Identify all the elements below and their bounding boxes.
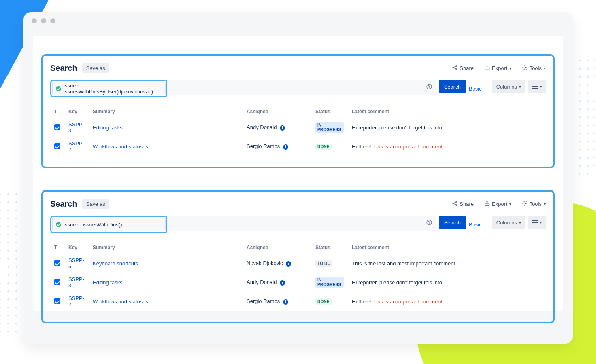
col-status[interactable]: Status [311,106,348,118]
table-row[interactable]: SSPP-2 Workflows and statuses Sergio Ram… [50,292,546,311]
col-latest-comment[interactable]: Latest comment [348,106,546,118]
list-icon [532,220,538,224]
col-summary[interactable]: Summary [89,241,243,254]
basic-link[interactable]: Basic [469,86,482,92]
jql-input[interactable]: issue in issuesWithPins() [52,218,166,231]
search-button[interactable]: Search [439,80,466,93]
tools-label: Tools [530,201,542,207]
comment-text: Hi reporter, please don't forget this in… [352,125,444,131]
share-button[interactable]: Share [452,65,474,72]
tools-button[interactable]: Tools ▾ [522,201,546,207]
page-title: Search [50,199,77,209]
col-key[interactable]: Key [64,241,89,254]
latest-comment-cell: Hi there! This is an important comment [348,292,546,311]
save-as-button[interactable]: Save as [82,199,109,209]
issue-key-link[interactable]: SSPP-2 [64,137,89,156]
issue-summary-link[interactable]: Keyboard shortcuts [89,254,243,273]
jql-input-rest[interactable] [167,80,436,95]
table-row[interactable]: SSPP-5 Keyboard shortcuts Novak Djokovic… [50,254,546,273]
status-badge: IN PROGRESS [315,277,344,288]
col-key[interactable]: Key [64,106,89,118]
basic-link[interactable]: Basic [469,222,482,228]
columns-button[interactable]: Columns ▾ [492,80,525,93]
content-pane: Search Save as Share Export ▾ Tools ▾ is… [33,36,563,311]
svg-point-15 [524,203,526,204]
info-icon[interactable]: i [286,261,291,267]
jql-input-rest[interactable] [167,216,436,231]
columns-label: Columns [496,220,517,226]
comment-important: This is an important comment [373,144,443,150]
share-icon [452,201,458,207]
assignee-name: Andy Donald [247,279,277,285]
assignee-name: Sergio Ramos [247,143,280,149]
query-highlight: issue in issuesWithPinsByUser(djokovicno… [50,80,168,97]
issue-type-icon [54,124,60,130]
tools-button[interactable]: Tools ▾ [522,65,546,72]
comment-text: Hi there! [352,298,373,305]
svg-rect-14 [485,204,489,205]
info-icon[interactable]: i [283,144,288,150]
comment-text: Hi reporter, please don't forget this in… [352,279,444,286]
assignee-cell[interactable]: Andy Donald i [243,273,311,292]
latest-comment-cell: This is the last and most important comm… [348,254,546,273]
export-label: Export [492,201,507,207]
col-latest-comment[interactable]: Latest comment [348,241,546,254]
view-options-button[interactable]: ▾ [528,80,546,93]
search-button[interactable]: Search [439,216,466,229]
issue-key-link[interactable]: SSPP-2 [64,292,89,311]
issue-type-icon [54,298,60,304]
issue-key-link[interactable]: SSPP-3 [64,273,89,292]
issue-summary-link[interactable]: Workflows and statuses [89,137,243,156]
issue-key-link[interactable]: SSPP-3 [64,118,89,137]
col-summary[interactable]: Summary [89,106,243,118]
help-icon[interactable] [426,219,432,227]
assignee-cell[interactable]: Novak Djokovic i [243,254,311,273]
comment-text: This is the last and most important comm… [352,260,455,267]
chevron-down-icon: ▾ [540,220,542,225]
info-icon[interactable]: i [280,125,285,131]
save-as-button[interactable]: Save as [82,63,109,73]
table-row[interactable]: SSPP-3 Editing tasks Andy Donald i IN PR… [50,273,546,292]
share-label: Share [460,201,474,207]
col-type[interactable]: T [50,241,64,254]
assignee-cell[interactable]: Sergio Ramos i [243,137,311,156]
columns-button[interactable]: Columns ▾ [492,216,525,229]
svg-line-4 [454,68,456,69]
gear-icon [522,201,528,207]
gear-icon [522,65,528,72]
assignee-cell[interactable]: Andy Donald i [243,118,311,137]
export-icon [484,65,490,72]
issue-summary-link[interactable]: Editing tasks [89,118,243,137]
table-row[interactable]: SSPP-2 Workflows and statuses Sergio Ram… [50,137,546,156]
search-panel: Search Save as Share Export ▾ Tools ▾ is… [41,190,555,323]
view-options-button[interactable]: ▾ [528,216,546,229]
svg-line-13 [454,204,456,205]
jql-input[interactable]: issue in issuesWithPinsByUser(djokovicno… [52,82,166,95]
issue-type-icon [54,279,60,285]
traffic-dot [41,18,46,23]
columns-label: Columns [496,84,517,90]
issue-key-link[interactable]: SSPP-5 [64,254,89,273]
assignee-cell[interactable]: Sergio Ramos i [243,292,311,311]
chevron-down-icon: ▾ [540,85,542,89]
table-row[interactable]: SSPP-3 Editing tasks Andy Donald i IN PR… [50,118,546,137]
issues-table: T Key Summary Assignee Status Latest com… [50,106,546,156]
chevron-down-icon: ▾ [544,66,546,70]
info-icon[interactable]: i [283,299,288,305]
col-assignee[interactable]: Assignee [243,241,311,254]
info-icon[interactable]: i [280,280,285,286]
status-badge: IN PROGRESS [315,122,344,133]
col-assignee[interactable]: Assignee [243,106,311,118]
chevron-down-icon: ▾ [519,220,521,225]
col-status[interactable]: Status [311,241,348,254]
issue-summary-link[interactable]: Workflows and statuses [89,292,243,311]
svg-point-8 [429,88,429,88]
issue-summary-link[interactable]: Editing tasks [89,273,243,292]
export-button[interactable]: Export ▾ [484,201,511,207]
export-button[interactable]: Export ▾ [484,65,511,72]
svg-line-3 [454,66,456,68]
col-type[interactable]: T [50,106,64,118]
comment-text: Hi there! [352,144,373,150]
share-button[interactable]: Share [452,201,474,207]
help-icon[interactable] [426,83,432,91]
